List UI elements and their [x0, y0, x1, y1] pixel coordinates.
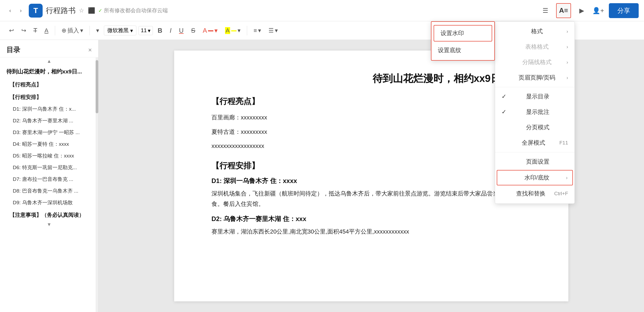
submenu-set-background[interactable]: 设置底纹 — [431, 43, 494, 58]
check-show-toc: ✓ — [502, 93, 507, 100]
font-color-bar — [208, 30, 213, 31]
play-icon[interactable]: ▶ — [576, 5, 588, 16]
highlight-item-3: xxxxxxxxxxxxxxxxxx — [211, 141, 531, 151]
highlight-item-2: 夏特古道：xxxxxxxxx — [211, 127, 531, 137]
separator-3 — [247, 26, 247, 35]
app-logo-icon: T — [33, 6, 38, 15]
back-button[interactable]: ‹ — [5, 6, 15, 15]
show-toc-label: 显示目录 — [526, 93, 549, 101]
find-replace-label: 查找和替换 — [516, 190, 545, 198]
toc-item-d4[interactable]: D4: 昭苏一夏特 住：xxxx — [6, 139, 98, 150]
toc-item-d2[interactable]: D2: 乌鲁木齐一赛里木湖 ... — [6, 115, 98, 126]
page-setup-label: 页面设置 — [526, 158, 549, 166]
menu-item-show-toc[interactable]: ✓ 显示目录 — [495, 89, 574, 104]
font-name-label: 微软雅黑 — [107, 27, 129, 34]
format-label: 格式 — [531, 27, 543, 35]
toc-item-d6[interactable]: D6: 特克斯一巩留一尼勒克... — [6, 162, 98, 173]
menu-item-find-replace[interactable]: 查找和替换 Ctrl+F — [495, 186, 574, 201]
toc-item-notes[interactable]: 【注意事项】（务必认真阅读） — [3, 209, 98, 221]
toc-scroll-down[interactable]: ▼ — [0, 221, 98, 228]
insert-label: 插入 — [67, 27, 79, 35]
toc-item-d3[interactable]: D3: 赛里木湖一伊宁 一昭苏 ... — [6, 127, 98, 138]
section-highlights-title: 【行程亮点】 — [211, 96, 531, 107]
strikethrough-button[interactable]: S — [188, 25, 198, 36]
list-icon: ☰ — [268, 27, 274, 34]
format-arrow-icon: › — [566, 29, 568, 34]
menu-item-header-footer[interactable]: 页眉页脚/页码 › — [495, 70, 574, 85]
sidebar-scroll[interactable]: ▲ 待到山花烂漫时，相约xx9日... 【行程亮点】 【行程安排】 D1: 深圳… — [0, 57, 98, 312]
undo-button[interactable]: ↩ — [6, 26, 17, 36]
toc-item-itinerary[interactable]: 【行程安排】 — [3, 91, 98, 103]
titlebar: ‹ › T 行程路书 ☆ ⬛ ✓ 所有修改都会自动保存云端 ☰ A≡ ▶ 👤+ … — [0, 0, 644, 21]
toc-item-highlights[interactable]: 【行程亮点】 — [3, 79, 98, 90]
share-button[interactable]: 分享 — [609, 3, 639, 18]
export-icon[interactable]: ⬛ — [88, 7, 95, 14]
highlight-label-3: xxxxxxxxxxxxxxxxxx — [211, 143, 264, 149]
menu-item-show-comments[interactable]: ✓ 显示批注 — [495, 104, 574, 120]
menu-icon[interactable]: ☰ — [540, 5, 551, 16]
nav-arrows: ‹ › — [5, 6, 26, 15]
d2-title: D2: 乌鲁木齐一赛里木湖 住：xxx — [211, 215, 531, 223]
style-arrow-icon: ▾ — [96, 27, 99, 34]
font-color-a-icon: A — [203, 27, 207, 34]
d1-separator — [211, 209, 531, 215]
scrollbar-thumb[interactable] — [96, 60, 98, 113]
format-button[interactable]: A≡ — [556, 3, 571, 18]
bold-button[interactable]: B — [155, 25, 165, 36]
font-size-selector[interactable]: 11 ▾ — [138, 26, 153, 35]
font-size-label: 11 — [141, 27, 147, 34]
sidebar-title: 目录 — [6, 45, 20, 55]
document-main-title: 待到山花烂漫时，相约xx9日深度游 — [211, 72, 531, 85]
header-footer-label: 页眉页脚/页码 — [519, 74, 555, 82]
menu-item-divider-format: 分隔线格式 › — [495, 55, 574, 70]
underline-button[interactable]: U — [176, 25, 186, 36]
style-dropdown[interactable]: ▾ — [93, 26, 102, 36]
d1-title: D1: 深圳一乌鲁木齐 住：xxxx — [211, 177, 531, 185]
menu-item-page-mode[interactable]: 分页模式 — [495, 120, 574, 135]
toc-item-d1[interactable]: D1: 深圳一乌鲁木齐 住：x... — [6, 103, 98, 115]
menu-divider-1 — [495, 87, 574, 87]
table-format-label: 表格格式 — [525, 43, 549, 51]
highlight-icon: A — [225, 27, 230, 34]
section-itinerary-title: 【行程安排】 — [211, 160, 531, 171]
format-clear-button[interactable]: T̶ — [31, 26, 40, 36]
font-color-button[interactable]: A ▾ — [200, 25, 220, 36]
menu-item-watermark[interactable]: 水印/底纹 › — [497, 170, 573, 185]
sidebar: 目录 × ▲ 待到山花烂漫时，相约xx9日... 【行程亮点】 【行程安排】 D… — [0, 40, 99, 312]
auto-save-text: 所有修改都会自动保存云端 — [104, 7, 168, 14]
toc-item-d5[interactable]: D5: 昭苏一喀拉峻 住：xxxx — [6, 150, 98, 161]
insert-plus-icon: ⊕ — [62, 27, 66, 34]
star-icon[interactable]: ☆ — [79, 7, 84, 14]
list-arrow: ▾ — [275, 27, 278, 34]
set-background-label: 设置底纹 — [438, 47, 461, 53]
add-user-icon[interactable]: 👤+ — [592, 5, 604, 16]
font-color-arrow: ▾ — [214, 27, 218, 34]
highlight-item-1: 百里画廊：xxxxxxxxx — [211, 112, 531, 123]
sidebar-close-button[interactable]: × — [88, 46, 92, 54]
paint-format-button[interactable]: A — [42, 26, 51, 36]
font-size-arrow: ▾ — [148, 27, 150, 34]
toc-item-d9[interactable]: D9: 乌鲁木齐一深圳机场散 — [6, 197, 98, 208]
auto-save-icon: ✓ — [98, 8, 102, 14]
section-separator — [211, 155, 531, 160]
insert-button[interactable]: ⊕ 插入 ▾ — [59, 25, 86, 36]
redo-button[interactable]: ↪ — [19, 26, 29, 36]
toc-item-d8[interactable]: D8: 巴音布鲁克一乌鲁木齐 ... — [6, 185, 98, 197]
toc-item-main-title[interactable]: 待到山花烂漫时，相约xx9日... — [0, 65, 98, 78]
menu-item-fullscreen[interactable]: 全屏模式 F11 — [495, 135, 574, 151]
toc-scroll-up[interactable]: ▲ — [0, 57, 98, 65]
forward-button[interactable]: › — [16, 6, 26, 15]
menu-item-page-setup[interactable]: 页面设置 — [495, 154, 574, 169]
watermark-arrow-icon: › — [566, 175, 568, 181]
menu-divider-2 — [495, 152, 574, 152]
italic-button[interactable]: I — [167, 25, 174, 36]
align-button[interactable]: ≡ ▾ — [251, 26, 264, 36]
highlight-button[interactable]: A ▾ — [222, 26, 243, 36]
title-icons: ☆ ⬛ — [79, 7, 95, 14]
submenu-set-watermark[interactable]: 设置水印 — [434, 25, 492, 41]
menu-item-format[interactable]: 格式 › — [495, 24, 574, 39]
list-button[interactable]: ☰ ▾ — [266, 26, 280, 36]
font-family-selector[interactable]: 微软雅黑 ▾ — [104, 26, 136, 35]
scrollbar-track — [96, 57, 98, 312]
toc-item-d7[interactable]: D7: 唐布拉一巴音布鲁克 ... — [6, 174, 98, 185]
